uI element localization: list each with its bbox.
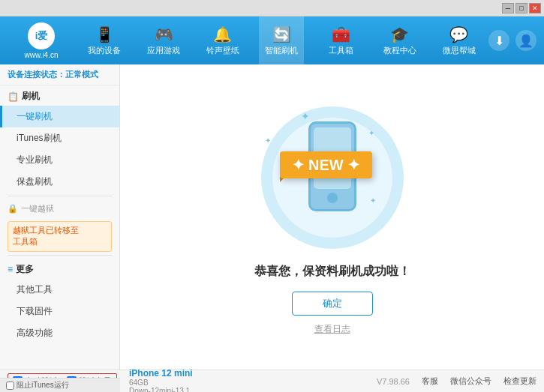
nav-smart-flash[interactable]: 🔄 智能刷机 — [259, 16, 304, 64]
status-value: 正常模式 — [65, 70, 98, 79]
logo-url: www.i4.cn — [24, 51, 58, 59]
download-button[interactable]: ⬇ — [488, 30, 509, 51]
tutorial-label: 教程中心 — [383, 45, 416, 56]
sidebar-item-save-flash[interactable]: 保盘刷机 — [0, 171, 119, 193]
toolbox-label: 工具箱 — [329, 45, 353, 56]
header: i爱 www.i4.cn 📱 我的设备 🎮 应用游戏 🔔 铃声壁纸 🔄 智能刷机… — [0, 16, 544, 64]
sparkle-1: ✦ — [301, 110, 310, 122]
sidebar-divider-2 — [8, 255, 112, 256]
itunes-checkbox[interactable] — [6, 382, 14, 390]
wechat-public-link[interactable]: 微信公众号 — [450, 376, 491, 387]
sidebar-item-one-click-flash[interactable]: 一键刷机 — [0, 106, 119, 127]
close-button[interactable]: ✕ — [529, 3, 541, 13]
itunes-bar: 阻止iTunes运行 — [0, 378, 120, 392]
nav-toolbox[interactable]: 🧰 工具箱 — [318, 16, 363, 64]
main-area: 设备连接状态：正常模式 📋 刷机 一键刷机 iTunes刷机 专业刷机 保盘刷机… — [0, 64, 544, 370]
my-device-icon: 📱 — [95, 25, 114, 43]
lock-icon: 🔒 — [8, 204, 18, 214]
nav-right-buttons: ⬇ 👤 — [488, 30, 536, 51]
ringtone-icon: 🔔 — [213, 25, 232, 43]
sidebar-item-advanced[interactable]: 高级功能 — [0, 322, 119, 344]
minimize-button[interactable]: ─ — [502, 3, 514, 13]
sidebar-item-download-firmware[interactable]: 下载固件 — [0, 301, 119, 322]
footer: 自动跳过 跳过向导 iPhone 12 mini 64GB Down-12min… — [0, 370, 544, 392]
apps-games-label: 应用游戏 — [147, 45, 180, 56]
ringtone-label: 铃声壁纸 — [206, 45, 239, 56]
nav-weibo[interactable]: 💬 微思帮城 — [437, 16, 482, 64]
sparkle-3: ✦ — [370, 196, 376, 205]
smart-flash-icon: 🔄 — [272, 25, 291, 43]
new-badge: ✦ NEW ✦ — [280, 151, 373, 178]
view-log-link[interactable]: 查看日志 — [314, 323, 350, 336]
check-update-link[interactable]: 检查更新 — [503, 376, 536, 387]
sparkle-2: ✦ — [368, 129, 374, 137]
weibo-icon: 💬 — [449, 25, 468, 43]
smart-flash-label: 智能刷机 — [265, 45, 298, 56]
flash-section-icon: 📋 — [8, 91, 19, 102]
title-bar: ─ □ ✕ — [0, 0, 544, 16]
nav-my-device[interactable]: 📱 我的设备 — [82, 16, 127, 64]
jailbreak-notice: 越狱工具已转移至工具箱 — [8, 221, 112, 252]
sidebar-item-other-tools[interactable]: 其他工具 — [0, 279, 119, 301]
sidebar-section-more: ≡ 更多 — [0, 259, 119, 279]
device-status-bar: 设备连接状态：正常模式 — [0, 64, 119, 85]
sidebar-section-flash: 📋 刷机 — [0, 85, 119, 106]
nav-ringtone[interactable]: 🔔 铃声壁纸 — [200, 16, 245, 64]
device-name: iPhone 12 mini — [129, 368, 193, 379]
logo-area[interactable]: i爱 www.i4.cn — [8, 22, 75, 59]
new-badge-star-right: ✦ — [347, 157, 360, 173]
footer-device-info: iPhone 12 mini 64GB Down-12mini-13,1 — [129, 368, 193, 393]
status-label: 设备连接状态： — [8, 70, 65, 79]
more-section-icon: ≡ — [8, 264, 13, 274]
device-storage: 64GB — [129, 379, 193, 387]
sidebar-item-pro-flash[interactable]: 专业刷机 — [0, 149, 119, 171]
sidebar-divider-1 — [8, 196, 112, 196]
footer-right: V7.98.66 客服 微信公众号 检查更新 — [377, 376, 536, 387]
new-badge-star-left: ✦ — [292, 157, 309, 173]
confirm-button[interactable]: 确定 — [292, 292, 373, 316]
tutorial-icon: 🎓 — [390, 25, 409, 43]
flash-section-label: 刷机 — [22, 90, 40, 103]
success-illustration: ✦ ✦ ✦ ✦ ✦ NEW ✦ — [242, 99, 422, 264]
jailbreak-label: 一键越狱 — [21, 203, 54, 214]
apps-games-icon: 🎮 — [155, 25, 173, 43]
nav-apps-games[interactable]: 🎮 应用游戏 — [141, 16, 186, 64]
user-button[interactable]: 👤 — [515, 30, 536, 51]
sidebar-item-itunes-flash[interactable]: iTunes刷机 — [0, 127, 119, 149]
phone-home-btn — [327, 193, 338, 203]
success-message: 恭喜您，保资料刷机成功啦！ — [254, 264, 410, 280]
toolbox-icon: 🧰 — [332, 25, 350, 43]
logo-icon: i爱 — [28, 22, 55, 49]
version-label: V7.98.66 — [377, 377, 410, 386]
device-model: Down-12mini-13,1 — [129, 387, 193, 393]
sparkle-4: ✦ — [265, 136, 271, 145]
nav-tutorial[interactable]: 🎓 教程中心 — [377, 16, 422, 64]
my-device-label: 我的设备 — [88, 45, 121, 56]
nav-items: 📱 我的设备 🎮 应用游戏 🔔 铃声壁纸 🔄 智能刷机 🧰 工具箱 🎓 教程中心… — [75, 16, 488, 64]
itunes-label: 阻止iTunes运行 — [17, 380, 69, 391]
more-section-label: 更多 — [16, 263, 34, 276]
sidebar-section-jailbreak: 🔒 一键越狱 — [0, 199, 119, 218]
main-content: ✦ ✦ ✦ ✦ ✦ NEW ✦ 恭喜您，保资料刷机成功啦！ 确定 查看日志 — [120, 64, 544, 370]
customer-service-link[interactable]: 客服 — [422, 376, 438, 387]
sidebar: 设备连接状态：正常模式 📋 刷机 一键刷机 iTunes刷机 专业刷机 保盘刷机… — [0, 64, 120, 370]
new-badge-text: NEW — [308, 157, 344, 173]
weibo-label: 微思帮城 — [443, 45, 476, 56]
jailbreak-notice-text: 越狱工具已转移至工具箱 — [13, 226, 79, 246]
maximize-button[interactable]: □ — [515, 3, 527, 13]
